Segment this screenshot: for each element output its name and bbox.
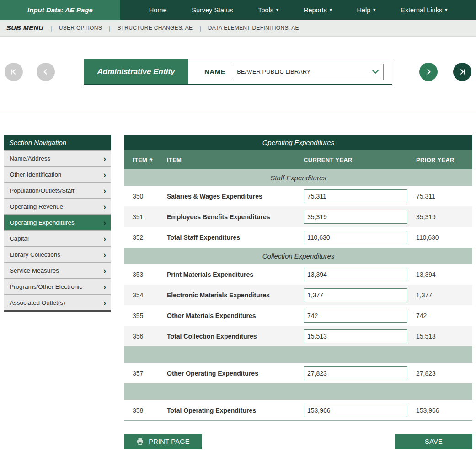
- current-year-cell: [304, 268, 416, 281]
- active-page-tab[interactable]: Input Data: AE Page: [0, 0, 120, 20]
- sidebar-item-label: Name/Address: [10, 155, 50, 162]
- current-year-input[interactable]: [304, 288, 407, 302]
- separator: |: [50, 25, 52, 32]
- sidebar-item-label: Operating Revenue: [10, 203, 63, 210]
- current-year-input[interactable]: [304, 329, 407, 343]
- nav-item-home[interactable]: Home: [149, 6, 167, 14]
- table-header-row: ITEM #ITEMCURRENT YEARPRIOR YEAR: [124, 150, 472, 169]
- nav-item-help[interactable]: Help▾: [357, 6, 375, 14]
- section-navigation-sidebar: Section Navigation Name/Address›Other Id…: [4, 135, 111, 312]
- sidebar-item-other-identification[interactable]: Other Identification›: [4, 166, 111, 182]
- sidebar-item-name-address[interactable]: Name/Address›: [4, 150, 111, 166]
- prior-year-value: 35,319: [416, 213, 472, 221]
- prior-year-value: 75,311: [416, 193, 472, 200]
- item-number: 356: [124, 333, 167, 340]
- chevron-right-icon: ›: [103, 298, 106, 307]
- sidebar-item-operating-expenditures[interactable]: Operating Expenditures›: [4, 214, 111, 230]
- current-year-input[interactable]: [304, 309, 407, 323]
- current-year-input[interactable]: [304, 189, 407, 203]
- chevron-left-icon: [41, 67, 51, 77]
- save-button[interactable]: SAVE: [395, 434, 472, 449]
- item-name: Total Staff Expenditures: [167, 234, 304, 241]
- current-year-input[interactable]: [304, 210, 407, 224]
- chevron-right-icon: ›: [103, 250, 106, 259]
- nav-item-label: Survey Status: [192, 6, 233, 14]
- skip-to-last-icon: [457, 67, 467, 77]
- sidebar-item-operating-revenue[interactable]: Operating Revenue›: [4, 198, 111, 214]
- submenu-items: |USER OPTIONS|STRUCTURE CHANGES: AE|DATA…: [50, 25, 299, 32]
- top-navigation-bar: Input Data: AE Page HomeSurvey StatusToo…: [0, 0, 476, 20]
- spacer-row: [124, 383, 472, 400]
- current-year-input[interactable]: [304, 404, 407, 417]
- table-row: 350Salaries & Wages Expenditures75,311: [124, 186, 472, 206]
- sidebar-item-label: Population/Outlets/Staff: [10, 187, 75, 194]
- sidebar-item-associated-outlet-s[interactable]: Associated Outlet(s)›: [4, 294, 111, 310]
- section-header-label: Staff Expenditures: [270, 174, 326, 182]
- table-title: Operating Expenditures: [124, 135, 472, 150]
- current-year-cell: [304, 366, 416, 380]
- item-name: Electronic Materials Expenditures: [167, 291, 304, 299]
- current-year-cell: [304, 309, 416, 323]
- chevron-right-icon: ›: [103, 186, 106, 195]
- item-number: 353: [124, 271, 167, 278]
- printer-icon: [136, 438, 144, 445]
- prior-year-value: 742: [416, 312, 472, 319]
- nav-item-tools[interactable]: Tools▾: [258, 6, 278, 14]
- next-record-button[interactable]: [419, 63, 438, 81]
- topnav-items: HomeSurvey StatusTools▾Reports▾Help▾Exte…: [120, 0, 476, 20]
- last-record-button[interactable]: [453, 63, 471, 81]
- column-header-current-year: CURRENT YEAR: [304, 156, 416, 163]
- item-name: Salaries & Wages Expenditures: [167, 193, 304, 200]
- sidebar-item-label: Capital: [10, 235, 29, 242]
- sidebar-item-programs-other-electronic[interactable]: Programs/Other Electronic›: [4, 278, 111, 294]
- item-name: Other Operating Expenditures: [167, 370, 304, 377]
- print-page-button[interactable]: PRINT PAGE: [124, 434, 202, 449]
- prior-year-value: 27,823: [416, 370, 472, 377]
- submenu-item-data-element-definitions-ae[interactable]: DATA ELEMENT DEFINITIONS: AE: [208, 25, 299, 31]
- table-row: 356Total Collection Expenditures15,513: [124, 326, 472, 346]
- item-name: Total Collection Expenditures: [167, 333, 304, 340]
- chevron-right-icon: ›: [103, 218, 106, 227]
- dropdown-caret-icon: ▾: [330, 8, 332, 12]
- chevron-right-icon: ›: [103, 202, 106, 211]
- chevron-down-icon: [371, 69, 380, 74]
- submenu-item-user-options[interactable]: USER OPTIONS: [59, 25, 102, 31]
- nav-item-external-links[interactable]: External Links▾: [401, 6, 447, 14]
- current-year-input[interactable]: [304, 231, 407, 244]
- table-row: 355Other Materials Expenditures742: [124, 305, 472, 326]
- prior-year-value: 1,377: [416, 291, 472, 299]
- current-year-cell: [304, 231, 416, 244]
- chevron-right-icon: ›: [103, 154, 106, 163]
- chevron-right-icon: ›: [103, 170, 106, 179]
- sidebar-item-service-measures[interactable]: Service Measures›: [4, 262, 111, 278]
- sidebar-item-population-outlets-staff[interactable]: Population/Outlets/Staff›: [4, 182, 111, 198]
- operating-expenditures-table: Operating Expenditures ITEM #ITEMCURRENT…: [124, 135, 472, 421]
- table-row: 358Total Operating Expenditures153,966: [124, 400, 472, 420]
- item-number: 352: [124, 234, 167, 241]
- submenu-item-structure-changes-ae[interactable]: STRUCTURE CHANGES: AE: [117, 25, 193, 31]
- entity-name-select[interactable]: BEAVER PUBLIC LIBRARY: [233, 64, 384, 80]
- dropdown-caret-icon: ▾: [276, 8, 278, 12]
- nav-item-survey-status[interactable]: Survey Status: [192, 6, 233, 14]
- previous-record-button[interactable]: [37, 63, 55, 81]
- item-name: Employees Benefits Expenditures: [167, 213, 304, 221]
- sidebar-item-label: Other Identification: [10, 171, 61, 178]
- sidebar-item-capital[interactable]: Capital›: [4, 230, 111, 246]
- table-row: 351Employees Benefits Expenditures35,319: [124, 206, 472, 227]
- item-name: Print Materials Expenditures: [167, 271, 304, 278]
- first-record-button[interactable]: [5, 63, 23, 81]
- sidebar-item-library-collections[interactable]: Library Collections›: [4, 246, 111, 262]
- current-year-cell: [304, 329, 416, 343]
- chevron-right-icon: ›: [103, 282, 106, 291]
- current-year-input[interactable]: [304, 366, 407, 380]
- sidebar-item-label: Operating Expenditures: [10, 219, 75, 226]
- table-row: 357Other Operating Expenditures27,823: [124, 363, 472, 383]
- prior-year-value: 153,966: [416, 407, 472, 414]
- sub-menu-bar: SUB MENU |USER OPTIONS|STRUCTURE CHANGES…: [0, 20, 476, 37]
- column-header-prior-year: PRIOR YEAR: [416, 156, 472, 163]
- prior-year-value: 110,630: [416, 234, 472, 241]
- nav-item-label: Reports: [304, 6, 327, 14]
- item-name: Other Materials Expenditures: [167, 312, 304, 319]
- nav-item-reports[interactable]: Reports▾: [304, 6, 332, 14]
- current-year-input[interactable]: [304, 268, 407, 281]
